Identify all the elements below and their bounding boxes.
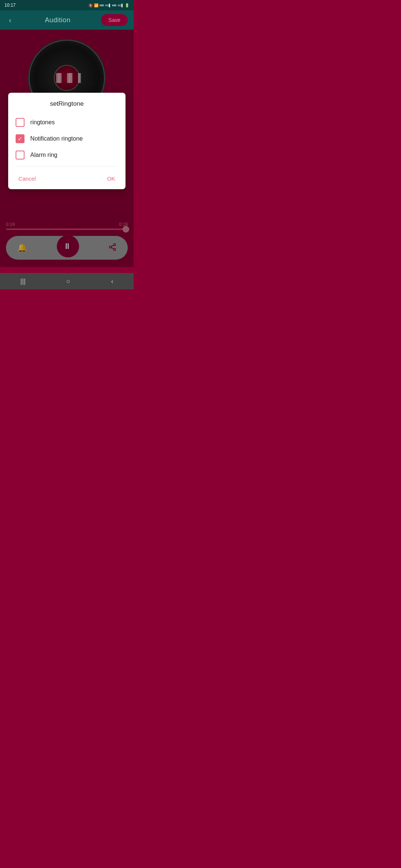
- bottom-nav: ||| ○ ‹: [0, 273, 134, 289]
- ringtones-label: ringtones: [30, 119, 55, 126]
- recent-apps-button[interactable]: |||: [20, 277, 26, 285]
- alarm-ring-checkbox[interactable]: [16, 151, 25, 160]
- dialog-divider: [16, 166, 118, 167]
- home-button[interactable]: ○: [66, 277, 71, 285]
- set-ringtone-dialog: setRingtone ringtones ✓ Notification rin…: [8, 93, 126, 189]
- status-icons: 🔇 📶 HD 4G▌ HD 4G▌ 🔋: [88, 3, 129, 7]
- battery-icon: 🔋: [125, 3, 129, 7]
- ringtones-option[interactable]: ringtones: [16, 114, 118, 131]
- dialog-actions: Cancel OK: [16, 170, 118, 183]
- hd-icon-1: HD: [100, 4, 104, 7]
- notification-ringtone-label: Notification ringtone: [30, 135, 83, 142]
- notification-ringtone-option[interactable]: ✓ Notification ringtone: [16, 131, 118, 147]
- status-bar: 10:17 🔇 📶 HD 4G▌ HD 4G▌ 🔋: [0, 0, 134, 10]
- 4g-icon-2: 4G▌: [118, 4, 124, 7]
- wifi-icon: 📶: [94, 3, 98, 7]
- mute-icon: 🔇: [88, 3, 93, 7]
- save-button[interactable]: Save: [101, 14, 128, 26]
- ok-button[interactable]: OK: [104, 174, 118, 183]
- alarm-ring-label: Alarm ring: [30, 152, 58, 158]
- nav-bar: ‹ Audition Save: [0, 10, 134, 30]
- alarm-ring-option[interactable]: Alarm ring: [16, 147, 118, 163]
- main-content: ▐▌▐▌▐ 0:19 0:19 🔔 ⏸: [0, 30, 134, 267]
- back-nav-button[interactable]: ‹: [111, 277, 113, 285]
- dialog-overlay: setRingtone ringtones ✓ Notification rin…: [0, 30, 134, 267]
- ringtones-checkbox[interactable]: [16, 118, 25, 127]
- hd-icon-2: HD: [112, 4, 117, 7]
- checkmark-icon: ✓: [18, 136, 22, 141]
- notification-ringtone-checkbox[interactable]: ✓: [16, 134, 25, 143]
- page-title: Audition: [45, 16, 71, 24]
- cancel-button[interactable]: Cancel: [16, 174, 39, 183]
- status-time: 10:17: [4, 3, 16, 8]
- dialog-title: setRingtone: [16, 100, 118, 108]
- back-button[interactable]: ‹: [6, 13, 14, 27]
- 4g-icon-1: 4G▌: [105, 4, 111, 7]
